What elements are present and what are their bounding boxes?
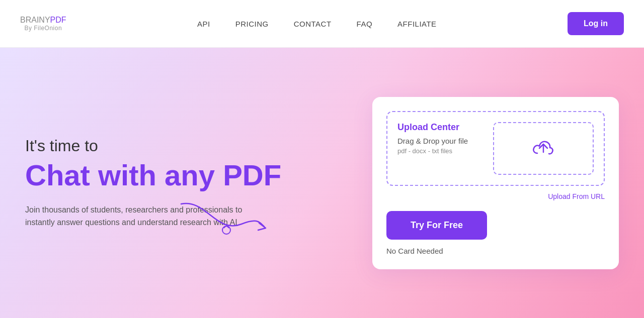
- upload-zone[interactable]: Upload Center Drag & Drop your file pdf …: [386, 111, 605, 186]
- no-card-label: No Card Needed: [386, 247, 605, 255]
- nav-item-api[interactable]: API: [197, 20, 210, 28]
- logo-sub: By FileOnion: [24, 25, 62, 32]
- hero-title: Chat with any PDF: [25, 159, 307, 191]
- upload-card: Upload Center Drag & Drop your file pdf …: [372, 97, 619, 269]
- hero-subtitle: It's time to: [25, 137, 307, 155]
- nav: API PRICING CONTACT FAQ AFFILIATE: [197, 20, 437, 28]
- logo: BRAINYPDF By FileOnion: [20, 16, 66, 32]
- logo-brainy: BRAINY: [20, 16, 50, 24]
- nav-item-affiliate[interactable]: AFFILIATE: [397, 20, 437, 28]
- nav-item-contact[interactable]: CONTACT: [294, 20, 332, 28]
- upload-info: Upload Center Drag & Drop your file pdf …: [397, 122, 483, 155]
- login-button[interactable]: Log in: [568, 12, 624, 35]
- decorative-arrow: [176, 194, 277, 244]
- nav-item-faq[interactable]: FAQ: [357, 20, 373, 28]
- upload-formats: pdf - docx - txt files: [397, 147, 483, 155]
- nav-item-pricing[interactable]: PRICING: [235, 20, 269, 28]
- hero-section: It's time to Chat with any PDF Join thou…: [0, 48, 644, 318]
- upload-from-url-link[interactable]: Upload From URL: [548, 192, 605, 200]
- upload-dropbox[interactable]: [493, 122, 594, 175]
- hero-left: It's time to Chat with any PDF Join thou…: [25, 137, 307, 229]
- svg-point-0: [222, 226, 230, 234]
- hero-right: Upload Center Drag & Drop your file pdf …: [372, 97, 619, 269]
- header: BRAINYPDF By FileOnion API PRICING CONTA…: [0, 0, 644, 48]
- logo-pdf: PDF: [50, 16, 66, 24]
- upload-drag-label: Drag & Drop your file: [397, 137, 483, 145]
- logo-text: BRAINYPDF: [20, 16, 66, 25]
- upload-title: Upload Center: [397, 122, 483, 133]
- try-for-free-button[interactable]: Try For Free: [386, 211, 487, 240]
- upload-cloud-icon: [530, 135, 556, 161]
- upload-url-area: Upload From URL: [386, 192, 605, 201]
